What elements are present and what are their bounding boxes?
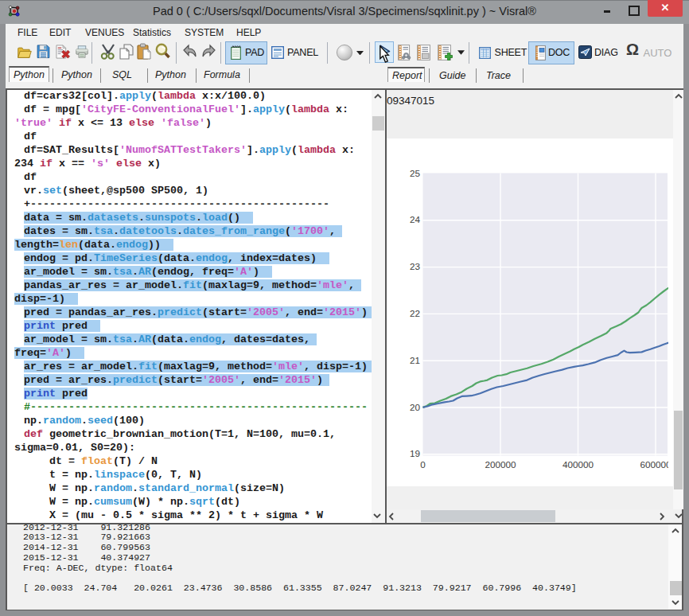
svg-text:22: 22 xyxy=(409,308,419,318)
svg-text:23: 23 xyxy=(409,261,419,271)
svg-text:25: 25 xyxy=(409,168,420,178)
svg-text:24: 24 xyxy=(409,214,420,224)
svg-text:0: 0 xyxy=(420,459,426,470)
svg-text:400000: 400000 xyxy=(562,459,594,470)
svg-text:19: 19 xyxy=(409,448,419,458)
svg-text:21: 21 xyxy=(409,355,419,365)
svg-text:600000: 600000 xyxy=(640,459,668,470)
svg-text:20: 20 xyxy=(409,402,420,412)
svg-text:200000: 200000 xyxy=(485,459,516,470)
